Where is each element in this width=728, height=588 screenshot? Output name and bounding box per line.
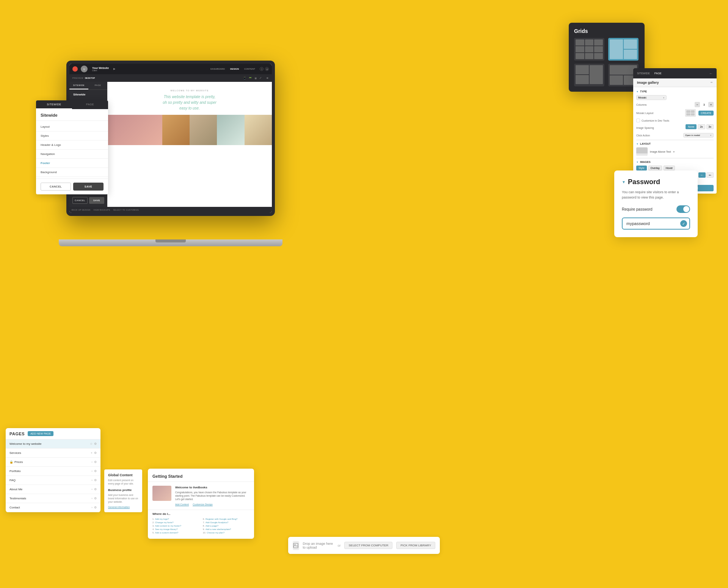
sitewide-item-layout[interactable]: Layout [36, 122, 108, 131]
tablet-icon[interactable]: 📟 [249, 77, 252, 80]
getting-started-desc: Congratulations, you have chosen the Fab… [175, 491, 249, 501]
getting-started-col-right: 6.Register with Google and Bing? 7.Add G… [203, 518, 249, 535]
grid-option-feature[interactable] [608, 38, 639, 61]
getting-started-customize[interactable]: Customize Design [193, 503, 213, 506]
gallery-create-button[interactable]: CREATE [698, 111, 714, 116]
grid-icon[interactable]: ▦ [265, 67, 269, 71]
getting-started-item-1[interactable]: 1.Add my logo? [152, 518, 199, 520]
settings-icon-contact[interactable]: ⚙ [94, 506, 97, 509]
global-content-desc: Edit content present on every page of yo… [108, 479, 138, 485]
laptop-view-backups-btn[interactable]: VIEW BACKUPS [93, 209, 110, 211]
laptop-nav-dashboard[interactable]: DASHBOARD [209, 67, 226, 71]
chevron-icon-prices[interactable]: › [91, 460, 93, 464]
gallery-pos-right[interactable]: ⬴ [706, 172, 714, 178]
pages-add-button[interactable]: ADD NEW PAGE [28, 431, 53, 436]
gallery-customize-row: Customize in Dev Tools [636, 119, 714, 122]
gallery-hover-tab[interactable]: Hover [664, 166, 675, 170]
getting-started-item-7[interactable]: 7.Add Google Analytics? [203, 521, 249, 524]
laptop-image-1 [107, 115, 162, 145]
sitewide-tab-page[interactable]: PAGE [72, 100, 108, 109]
sitewide-cancel-button[interactable]: CANCEL [41, 183, 71, 191]
password-input[interactable] [622, 217, 690, 230]
gallery-mosaic-label: Mosaic Layout [636, 112, 653, 114]
gallery-style-tab[interactable]: Style [636, 166, 647, 170]
laptop-select-customize-btn[interactable]: SELECT TO CUSTOMIZE [113, 209, 139, 211]
getting-started-item-10[interactable]: 10.Choose my plan? [203, 532, 249, 534]
getting-started-item-5[interactable]: 5.Add a custom domain? [152, 532, 199, 534]
laptop-backup-btn[interactable]: BACK UP DESIGN [72, 209, 90, 211]
upload-library-button[interactable]: PICK FROM LIBRARY [396, 542, 435, 549]
gallery-mosaic-option-1[interactable] [685, 109, 696, 117]
settings-icon-welcome[interactable]: ⚙ [94, 442, 97, 446]
pages-item-testimonials[interactable]: Testimonials › ⚙ [6, 494, 100, 503]
chevron-icon-about[interactable]: › [91, 488, 93, 491]
chevron-icon-faq[interactable]: › [91, 479, 93, 482]
global-business-link[interactable]: General information [108, 506, 138, 508]
sitewide-item-footer[interactable]: Footer [36, 159, 108, 168]
settings-icon-prices[interactable]: ⚙ [94, 460, 97, 464]
pages-item-contact[interactable]: Contact › ⚙ [6, 503, 100, 512]
mobile-icon[interactable]: 📱 [243, 77, 246, 80]
getting-started-add-content[interactable]: Add Content [175, 503, 189, 506]
settings-icon-about[interactable]: ⚙ [94, 488, 97, 491]
gallery-overlay-tab[interactable]: Overlay [648, 166, 662, 170]
sitewide-tab-sitewide[interactable]: SITEWIDE [36, 100, 72, 109]
pages-item-faq[interactable]: FAQ › ⚙ [6, 476, 100, 485]
laptop-device-icons: 📱 📟 🖥 ⤢ 👁 [243, 77, 269, 80]
upload-select-button[interactable]: SELECT FROM COMPUTER [344, 542, 392, 549]
chevron-icon-testimonials[interactable]: › [91, 497, 93, 500]
laptop-sidebar-tab-page[interactable]: PAGE [88, 82, 107, 89]
gallery-panel-edit-icon[interactable]: ✏ [711, 81, 713, 84]
sitewide-item-background[interactable]: Background [36, 168, 108, 177]
settings-icon-services[interactable]: ⚙ [94, 451, 97, 455]
plus-icon-services[interactable]: + [91, 451, 93, 455]
chevron-icon-contact[interactable]: › [91, 506, 93, 509]
gallery-tab-sitewide[interactable]: SITEWIDE [637, 72, 650, 75]
getting-started-item-9[interactable]: 9.Add a new site/template? [203, 528, 249, 530]
grid-option-masonry[interactable] [574, 64, 604, 86]
sitewide-item-navigation[interactable]: Navigation [36, 150, 108, 159]
getting-started-item-2[interactable]: 2.Change my fonts? [152, 521, 199, 524]
pages-item-services[interactable]: Services + ⚙ [6, 449, 100, 458]
laptop-nav-design[interactable]: DESIGN [229, 67, 240, 71]
chevron-icon-portfolio[interactable]: › [91, 469, 93, 473]
getting-started-item-3[interactable]: 3.Add content to my footer? [152, 525, 199, 527]
gallery-pos-center[interactable]: ⬳ [698, 172, 706, 178]
gallery-columns-decrement[interactable]: − [695, 102, 700, 107]
desktop-icon[interactable]: 🖥 [254, 77, 257, 80]
gallery-back-arrow[interactable]: ← [709, 71, 713, 75]
eye-icon[interactable]: 👁 [266, 77, 269, 80]
gallery-customize-checkbox[interactable] [636, 119, 640, 122]
gallery-spacing-row-outer: Image Spacing None 2x 3x [636, 124, 714, 131]
pages-item-about[interactable]: About Me › ⚙ [6, 485, 100, 494]
getting-started-item-4[interactable]: 4.See my image library? [152, 528, 199, 530]
star-icon[interactable]: ☆ [90, 442, 93, 446]
gallery-spacing-3x[interactable]: 3x [706, 124, 714, 129]
settings-icon-testimonials[interactable]: ⚙ [94, 497, 97, 500]
laptop-cancel-button[interactable]: CANCEL [72, 197, 88, 204]
settings-icon-portfolio[interactable]: ⚙ [94, 469, 97, 473]
gallery-click-action-select[interactable]: Open in modal ▼ [683, 133, 714, 138]
gallery-columns-increment[interactable]: + [708, 102, 714, 107]
getting-started-item-8[interactable]: 8.Add a page? [203, 525, 249, 527]
laptop-nav-content[interactable]: CONTENT [243, 67, 257, 71]
sitewide-item-styles[interactable]: Styles [36, 131, 108, 141]
pages-item-portfolio[interactable]: Portfolio › ⚙ [6, 467, 100, 476]
gallery-type-select[interactable]: Mosaic ▼ [636, 95, 667, 100]
getting-started-item-6[interactable]: 6.Register with Google and Bing? [203, 518, 249, 520]
gallery-tab-page[interactable]: PAGE [654, 72, 662, 75]
password-toggle[interactable] [676, 205, 690, 213]
settings-icon[interactable]: ⚙ [260, 67, 264, 71]
sitewide-item-header[interactable]: Header & Logo [36, 141, 108, 150]
sitewide-save-button[interactable]: SAVE [73, 183, 104, 191]
pages-item-prices[interactable]: 🔒 Prices › ⚙ [6, 458, 100, 467]
chevron-down-icon-2: ▼ [710, 134, 712, 136]
gallery-spacing-none[interactable]: None [686, 124, 697, 129]
pages-item-welcome[interactable]: Welcome to my website ☆ ⚙ [6, 439, 100, 449]
expand-icon[interactable]: ⤢ [259, 77, 262, 80]
grid-option-3x3[interactable] [574, 38, 604, 61]
gallery-spacing-2x[interactable]: 2x [698, 124, 705, 129]
laptop-sidebar-tab-sitewide[interactable]: SITEWIDE [69, 82, 88, 89]
settings-icon-faq[interactable]: ⚙ [94, 479, 97, 482]
laptop-save-button[interactable]: SAVE [89, 197, 104, 204]
